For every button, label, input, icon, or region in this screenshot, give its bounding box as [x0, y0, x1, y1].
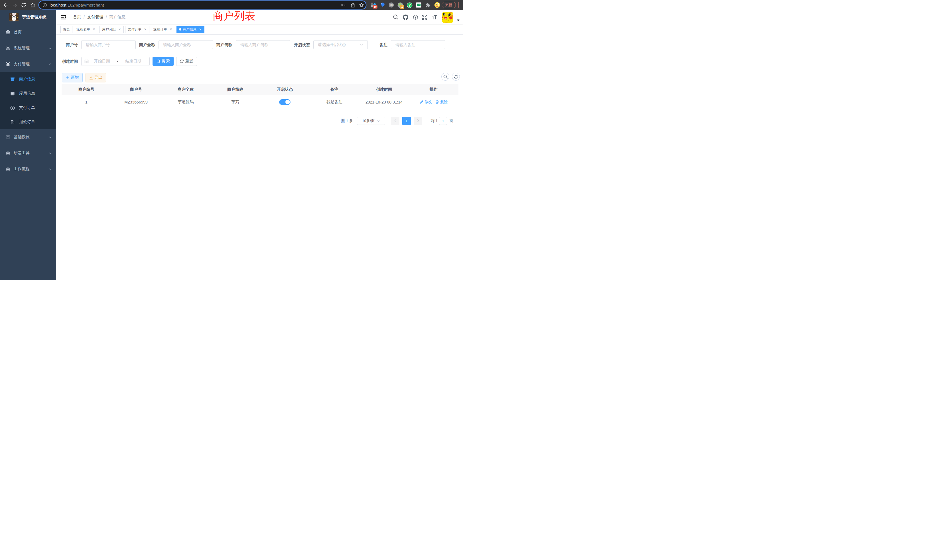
sidebar-item-infra[interactable]: 基础设施 [0, 129, 56, 145]
header-fullscreen-button[interactable] [422, 10, 427, 24]
browser-home-button[interactable] [29, 0, 36, 10]
close-icon[interactable]: × [118, 27, 121, 31]
chevron-left-icon [393, 119, 397, 123]
search-icon [443, 75, 448, 79]
fontsize-icon [432, 15, 437, 20]
start-date-input[interactable]: 开始日期 [89, 59, 115, 64]
export-button[interactable]: 导出 [86, 73, 106, 82]
sidebar-item-workflow[interactable]: 工作流程 [0, 161, 56, 177]
close-icon[interactable]: × [199, 27, 202, 31]
cell-remark: 我是备注 [310, 100, 359, 104]
share-button[interactable] [350, 0, 356, 10]
main-area: 首页 / 支付管理 / 商户信息 商户列表 [56, 10, 463, 280]
cell-status [260, 99, 310, 105]
browser-back-button[interactable] [2, 0, 9, 10]
url-text: localhost:1024/pay/merchant [50, 3, 104, 8]
add-button[interactable]: 新增 [62, 73, 83, 82]
goto-page-input[interactable] [439, 117, 447, 125]
sidebar-item-app-info[interactable]: 应用信息 [0, 86, 56, 101]
caret-down-icon[interactable] [457, 20, 460, 21]
filter-label-create-time: 创建时间 [41, 57, 78, 66]
sidebar-item-label: 退款订单 [19, 120, 35, 125]
breadcrumb-current: 商户信息 [109, 15, 126, 20]
header-search-button[interactable] [393, 10, 399, 24]
header-github-button[interactable] [403, 10, 408, 24]
browser-reload-button[interactable] [20, 0, 27, 10]
sidebar-item-home[interactable]: 首页 [0, 24, 56, 40]
password-key-button[interactable] [340, 0, 346, 10]
sidebar-toggle-button[interactable] [61, 15, 66, 20]
header-help-button[interactable] [413, 10, 418, 24]
edit-button[interactable]: 修改 [420, 100, 432, 104]
extension-status-button[interactable]: 1 [396, 0, 404, 10]
close-icon[interactable]: × [92, 27, 95, 31]
sidebar-item-merchant-info[interactable]: 商户信息 [0, 72, 56, 86]
sidebar-item-pay-order[interactable]: 支付订单 [0, 101, 56, 115]
chevron-down-icon [48, 151, 52, 155]
url-path: :1024/pay/merchant [67, 3, 104, 8]
page-number-button[interactable]: 1 [402, 117, 411, 125]
sidebar-item-label: 支付订单 [19, 105, 35, 110]
breadcrumb-pay[interactable]: 支付管理 [87, 15, 103, 20]
tag-pay-order[interactable]: 支付订单× [125, 26, 150, 33]
browser-menu-button[interactable] [456, 0, 461, 10]
next-page-button[interactable] [414, 117, 422, 125]
table-row: 1 M233666999 芋道源码 芋艿 我是备注 2021-10-23 08:… [62, 95, 458, 109]
sidebar-item-refund-order[interactable]: 退款订单 [0, 115, 56, 129]
status-toggle[interactable] [279, 99, 291, 105]
extension-a-button[interactable]: 10 [370, 0, 377, 10]
tag-home[interactable]: 首页 [61, 26, 73, 33]
extensions-puzzle-button[interactable] [425, 0, 431, 10]
tag-process-form[interactable]: 流程表单× [74, 26, 98, 33]
annotation-title: 商户列表 [213, 10, 256, 22]
tag-merchant-info[interactable]: 商户信息× [177, 26, 204, 33]
filter-label-remark: 备注 [350, 40, 387, 49]
update-button[interactable]: 更新 [442, 2, 456, 8]
breadcrumb-home[interactable]: 首页 [73, 15, 81, 20]
close-icon[interactable]: × [169, 27, 172, 31]
extension-command-button[interactable]: ⌘ [388, 0, 394, 10]
close-icon[interactable]: × [144, 27, 147, 31]
sidebar-item-label: 工作流程 [14, 166, 30, 172]
update-label: 更新 [445, 3, 452, 8]
search-button[interactable]: 搜索 [153, 57, 174, 66]
profile-emoji-button[interactable] [434, 0, 440, 10]
header-fontsize-button[interactable] [432, 10, 437, 24]
goto-label: 前往 [431, 117, 438, 125]
tag-user-group[interactable]: 用户分组× [100, 26, 124, 33]
share-icon [350, 3, 355, 8]
extension-chat-button[interactable] [415, 0, 422, 10]
info-icon[interactable] [42, 3, 47, 8]
col-header-short-name: 商户简称 [210, 87, 260, 92]
create-time-range-input[interactable]: 开始日期 - 结束日期 [81, 57, 150, 66]
tags-view: 首页 流程表单× 用户分组× 支付订单× 退款订单× 商户信息× [56, 24, 463, 35]
extension-y-button[interactable]: y [407, 0, 413, 10]
browser-forward-button[interactable] [11, 0, 18, 10]
end-date-input[interactable]: 结束日期 [120, 59, 147, 64]
sidebar-logo[interactable]: 芋道管理系统 [0, 10, 56, 24]
col-header-status: 开启状态 [260, 87, 310, 92]
user-avatar[interactable] [442, 12, 453, 23]
bookmark-star-button[interactable] [359, 0, 365, 10]
url-host: localhost [50, 3, 67, 8]
remark-input[interactable] [391, 40, 445, 49]
col-header-id: 商户编号 [62, 87, 111, 92]
extension-balloon-button[interactable] [380, 0, 386, 10]
cell-actions: 修改 删除 [409, 100, 458, 104]
chevron-down-icon [48, 135, 52, 139]
refresh-icon [180, 59, 184, 63]
tag-refund-order[interactable]: 退款订单× [151, 26, 175, 33]
address-bar[interactable]: localhost:1024/pay/merchant [39, 1, 366, 9]
delete-button[interactable]: 删除 [435, 100, 448, 104]
reset-button[interactable]: 重置 [176, 57, 197, 66]
toggle-search-button[interactable] [441, 73, 449, 81]
prev-page-button[interactable] [391, 117, 399, 125]
page-size-select[interactable]: 10条/页 [357, 117, 385, 125]
back-icon [3, 2, 9, 8]
col-header-no: 商户号 [111, 87, 161, 92]
yen-icon [6, 62, 10, 67]
avatar-pikachu-image [442, 12, 453, 23]
sidebar-item-devtools[interactable]: 研发工具 [0, 145, 56, 161]
refresh-table-button[interactable] [452, 73, 460, 81]
filter-label-short-name: 商户简称 [195, 40, 232, 49]
